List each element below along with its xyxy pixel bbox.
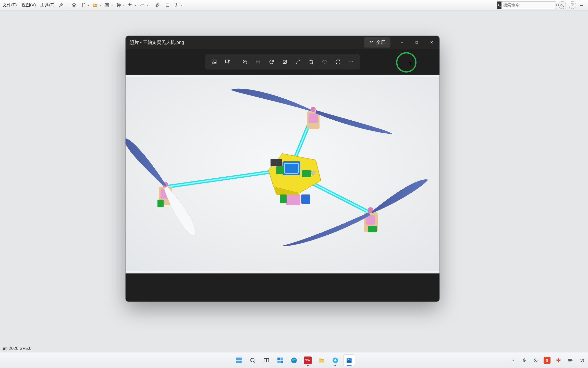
svg-point-33 bbox=[351, 62, 351, 62]
tray-location-icon[interactable] bbox=[532, 357, 539, 364]
svg-point-55 bbox=[311, 107, 316, 112]
photo-canvas[interactable] bbox=[126, 75, 439, 273]
rotate-icon[interactable] bbox=[266, 56, 277, 67]
svg-rect-54 bbox=[309, 113, 318, 123]
svg-rect-67 bbox=[239, 361, 242, 363]
svg-rect-46 bbox=[276, 166, 284, 174]
tray-input-method-icon[interactable]: 中 bbox=[555, 357, 562, 364]
svg-rect-62 bbox=[368, 226, 377, 232]
tray-battery-icon[interactable] bbox=[567, 357, 573, 364]
svg-point-78 bbox=[334, 359, 337, 361]
open-folder-icon[interactable] bbox=[91, 1, 102, 9]
account-icon[interactable] bbox=[558, 1, 566, 9]
photos-bottom-pad bbox=[126, 273, 439, 302]
svg-rect-61 bbox=[366, 215, 375, 225]
svg-rect-85 bbox=[572, 360, 572, 361]
fullscreen-arrows-icon bbox=[369, 40, 374, 45]
taskbar-solidworks-icon[interactable]: SW bbox=[302, 354, 314, 366]
svg-point-9 bbox=[176, 4, 177, 6]
svg-line-69 bbox=[254, 361, 255, 363]
image-icon[interactable] bbox=[209, 56, 220, 67]
svg-line-26 bbox=[259, 63, 260, 64]
svg-rect-71 bbox=[267, 359, 269, 362]
svg-rect-51 bbox=[280, 194, 287, 203]
taskbar-photos-icon[interactable] bbox=[343, 354, 355, 366]
terminal-icon bbox=[497, 2, 501, 9]
svg-point-80 bbox=[348, 359, 349, 360]
svg-rect-47 bbox=[302, 170, 311, 177]
crop-icon[interactable] bbox=[279, 56, 290, 67]
svg-rect-66 bbox=[236, 361, 239, 363]
save-icon[interactable] bbox=[103, 1, 114, 9]
edit-magic-icon[interactable] bbox=[222, 56, 233, 67]
undo-icon[interactable] bbox=[126, 1, 137, 9]
svg-rect-70 bbox=[264, 359, 266, 362]
redo-icon[interactable] bbox=[138, 1, 149, 9]
paperclip-icon[interactable] bbox=[153, 1, 162, 9]
svg-rect-64 bbox=[236, 358, 239, 360]
taskbar-edge-icon[interactable] bbox=[288, 354, 300, 366]
svg-rect-18 bbox=[212, 60, 216, 64]
background-app-toolbar: 文件(F) 视图(V) 工具(T) bbox=[0, 0, 588, 10]
photos-toolbar-area bbox=[126, 49, 439, 75]
settings-gear-icon[interactable] bbox=[173, 1, 183, 9]
background-app-status-bar: um 2020 SP5.0 bbox=[0, 345, 588, 352]
list-icon[interactable] bbox=[163, 1, 172, 9]
new-doc-icon[interactable] bbox=[79, 1, 90, 9]
windows-taskbar: SW S 中 bbox=[0, 352, 588, 368]
zoom-out-icon[interactable] bbox=[253, 56, 264, 67]
taskbar-start-button[interactable] bbox=[233, 354, 245, 366]
svg-rect-15 bbox=[416, 41, 418, 43]
svg-point-32 bbox=[349, 62, 350, 62]
command-search-box[interactable]: ▾ bbox=[497, 1, 556, 9]
fullscreen-button[interactable]: 全屏 bbox=[364, 37, 390, 48]
taskbar-browser-icon[interactable] bbox=[329, 354, 341, 366]
svg-line-22 bbox=[246, 63, 247, 64]
svg-rect-49 bbox=[286, 194, 300, 205]
draw-icon[interactable] bbox=[292, 56, 304, 67]
window-minimize-icon[interactable]: – bbox=[579, 1, 584, 9]
photos-titlebar[interactable]: 照片 - 三轴旋翼无人机.png 全屏 bbox=[126, 36, 439, 49]
more-icon[interactable] bbox=[346, 56, 357, 67]
svg-rect-65 bbox=[239, 358, 242, 360]
close-button[interactable] bbox=[424, 36, 439, 49]
taskbar-tray: S 中 bbox=[509, 352, 585, 368]
svg-rect-72 bbox=[277, 358, 280, 360]
svg-rect-86 bbox=[569, 360, 571, 361]
command-search-input[interactable] bbox=[501, 3, 556, 7]
minimize-button[interactable] bbox=[395, 36, 409, 49]
tray-volume-icon[interactable] bbox=[578, 357, 585, 364]
svg-rect-74 bbox=[277, 361, 280, 363]
taskbar-file-explorer-icon[interactable] bbox=[316, 354, 327, 366]
taskbar-taskview-icon[interactable] bbox=[261, 354, 272, 366]
svg-point-83 bbox=[535, 360, 536, 361]
svg-rect-2 bbox=[106, 5, 108, 7]
tray-ime-icon[interactable]: S bbox=[544, 357, 550, 364]
taskbar-search-icon[interactable] bbox=[247, 354, 259, 366]
svg-rect-75 bbox=[280, 361, 283, 363]
tray-chevron-up-icon[interactable] bbox=[509, 357, 516, 364]
svg-point-52 bbox=[311, 171, 315, 175]
pin-icon[interactable] bbox=[58, 2, 64, 8]
maximize-button[interactable] bbox=[409, 36, 424, 49]
favorite-heart-icon[interactable] bbox=[319, 56, 330, 67]
delete-icon[interactable] bbox=[306, 56, 317, 67]
svg-rect-28 bbox=[283, 60, 286, 64]
menu-tools[interactable]: 工具(T) bbox=[39, 1, 56, 9]
photos-window-title: 照片 - 三轴旋翼无人机.png bbox=[130, 39, 184, 45]
info-icon[interactable] bbox=[332, 56, 344, 67]
menu-file[interactable]: 文件(F) bbox=[1, 1, 18, 9]
svg-rect-81 bbox=[523, 359, 525, 361]
taskbar-widgets-icon[interactable] bbox=[274, 354, 286, 366]
drone-image bbox=[126, 75, 439, 273]
print-icon[interactable] bbox=[115, 1, 125, 9]
status-text: um 2020 SP5.0 bbox=[2, 346, 31, 351]
zoom-in-icon[interactable] bbox=[239, 56, 251, 67]
svg-rect-58 bbox=[157, 200, 164, 207]
photos-toolbar bbox=[205, 54, 360, 70]
svg-point-31 bbox=[338, 61, 338, 61]
tray-microphone-icon[interactable] bbox=[521, 357, 528, 364]
help-icon[interactable]: ? bbox=[569, 1, 576, 9]
menu-view[interactable]: 视图(V) bbox=[20, 1, 38, 9]
home-icon[interactable] bbox=[70, 1, 78, 9]
